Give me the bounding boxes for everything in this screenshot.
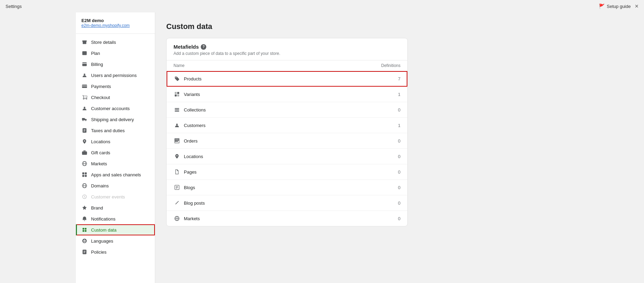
row-count-orders: 0 xyxy=(398,138,400,144)
svg-rect-26 xyxy=(177,95,179,97)
sidebar-item-markets[interactable]: Markets xyxy=(76,158,155,169)
sidebar-item-label: Store details xyxy=(91,40,116,45)
sidebar-item-custom-data[interactable]: Custom data xyxy=(76,224,155,235)
sidebar-item-label: Billing xyxy=(91,62,103,67)
metafields-title: Metafields ? xyxy=(174,44,400,50)
table-row-pages[interactable]: Pages 0 xyxy=(167,164,407,180)
row-label-customers: Customers xyxy=(184,123,206,128)
table-row-blogs[interactable]: Blogs 0 xyxy=(167,180,407,195)
row-count-variants: 1 xyxy=(398,92,400,97)
svg-rect-29 xyxy=(175,111,179,111)
row-label-blog-posts: Blog posts xyxy=(184,201,205,206)
sidebar-item-label: Domains xyxy=(91,183,109,188)
domains-icon xyxy=(81,183,88,189)
store-info: E2M demo e2m-demo.myshopify.com xyxy=(76,18,155,34)
sidebar-item-taxes[interactable]: Taxes and duties xyxy=(76,125,155,136)
sidebar-item-label: Payments xyxy=(91,84,111,89)
payments-icon xyxy=(81,83,88,89)
sidebar-item-label: Customer events xyxy=(91,194,125,199)
top-bar-actions: 🚩 Setup guide × xyxy=(599,3,638,9)
svg-rect-11 xyxy=(82,173,85,175)
sidebar-item-locations[interactable]: Locations xyxy=(76,136,155,147)
notifications-icon xyxy=(81,216,88,222)
row-name-locations: Locations xyxy=(174,153,203,160)
sidebar-item-gift-cards[interactable]: Gift cards xyxy=(76,147,155,158)
svg-rect-18 xyxy=(82,228,84,230)
close-button[interactable]: × xyxy=(635,3,638,9)
orders-icon xyxy=(174,137,180,144)
customer-accounts-icon xyxy=(81,105,88,111)
svg-rect-28 xyxy=(175,109,179,110)
sidebar-item-billing[interactable]: Billing xyxy=(76,59,155,70)
table-row-products[interactable]: Products 7 xyxy=(167,71,407,87)
sidebar-item-policies[interactable]: Policies xyxy=(76,246,155,257)
sidebar-item-label: Markets xyxy=(91,161,107,166)
help-icon[interactable]: ? xyxy=(201,44,206,50)
sidebar-item-label: Custom data xyxy=(91,227,117,233)
table-row-variants[interactable]: Variants 1 xyxy=(167,87,407,102)
settings-title: Settings xyxy=(6,4,22,9)
store-icon xyxy=(81,39,88,45)
svg-rect-21 xyxy=(85,230,87,232)
sidebar-item-domains[interactable]: Domains xyxy=(76,180,155,191)
sidebar-item-label: Locations xyxy=(91,139,110,144)
svg-rect-14 xyxy=(85,175,87,177)
gift-cards-icon xyxy=(81,149,88,156)
table-row-customers[interactable]: Customers 1 xyxy=(167,118,407,133)
sidebar-item-label: Apps and sales channels xyxy=(91,172,141,177)
svg-rect-13 xyxy=(82,175,85,177)
policies-icon xyxy=(81,249,88,255)
metafields-card-header: Metafields ? Add a custom piece of data … xyxy=(167,38,407,60)
sidebar-item-notifications[interactable]: Notifications xyxy=(76,213,155,224)
plan-icon xyxy=(81,50,88,56)
sidebar-item-label: Users and permissions xyxy=(91,73,137,78)
svg-rect-20 xyxy=(82,230,84,232)
row-label-pages: Pages xyxy=(184,169,197,175)
sidebar-item-customer-accounts[interactable]: Customer accounts xyxy=(76,103,155,114)
custom-data-icon xyxy=(81,227,88,233)
svg-point-30 xyxy=(176,124,178,125)
svg-rect-12 xyxy=(85,173,87,175)
table-row-orders[interactable]: Orders 0 xyxy=(167,133,407,149)
pencil-icon xyxy=(174,199,180,206)
metafields-card: Metafields ? Add a custom piece of data … xyxy=(166,38,408,226)
main-layout: E2M demo e2m-demo.myshopify.com Store de… xyxy=(0,12,644,283)
svg-rect-27 xyxy=(175,108,179,109)
sidebar-item-label: Gift cards xyxy=(91,150,110,155)
setup-guide-button[interactable]: 🚩 Setup guide xyxy=(599,3,631,9)
row-name-customers: Customers xyxy=(174,122,206,129)
sidebar-item-users-permissions[interactable]: Users and permissions xyxy=(76,70,155,81)
checkout-icon xyxy=(81,94,88,100)
sidebar-item-checkout[interactable]: Checkout xyxy=(76,92,155,103)
svg-rect-24 xyxy=(177,92,179,94)
collections-icon xyxy=(174,106,180,113)
markets-icon xyxy=(81,160,88,167)
table-row-locations[interactable]: Locations 0 xyxy=(167,149,407,164)
row-label-markets: Markets xyxy=(184,216,200,221)
sidebar-item-label: Languages xyxy=(91,238,113,244)
sidebar-item-shipping[interactable]: Shipping and delivery xyxy=(76,114,155,125)
sidebar-item-label: Taxes and duties xyxy=(91,128,125,133)
sidebar-item-label: Plan xyxy=(91,51,100,56)
table-row-markets[interactable]: Markets 0 xyxy=(167,211,407,226)
sidebar-item-apps-sales-channels[interactable]: Apps and sales channels xyxy=(76,169,155,180)
table-row-blog-posts[interactable]: Blog posts 0 xyxy=(167,195,407,211)
col-name: Name xyxy=(174,63,185,68)
sidebar-item-plan[interactable]: Plan xyxy=(76,48,155,59)
table-header: Name Definitions xyxy=(167,60,407,71)
sidebar-item-store-details[interactable]: Store details xyxy=(76,37,155,48)
sidebar-item-brand[interactable]: Brand xyxy=(76,202,155,213)
store-url[interactable]: e2m-demo.myshopify.com xyxy=(81,23,149,28)
row-name-products: Products xyxy=(174,75,201,82)
sidebar-item-label: Policies xyxy=(91,250,107,255)
sidebar-item-payments[interactable]: Payments xyxy=(76,81,155,92)
sidebar-item-label: Customer accounts xyxy=(91,106,130,111)
table-row-collections[interactable]: Collections 0 xyxy=(167,102,407,118)
sidebar-item-languages[interactable]: Languages xyxy=(76,235,155,246)
row-name-blog-posts: Blog posts xyxy=(174,199,205,206)
variants-icon xyxy=(174,91,180,98)
svg-rect-3 xyxy=(82,86,87,86)
setup-guide-label: Setup guide xyxy=(607,4,631,9)
sidebar-item-label: Brand xyxy=(91,205,103,211)
users-icon xyxy=(81,72,88,78)
